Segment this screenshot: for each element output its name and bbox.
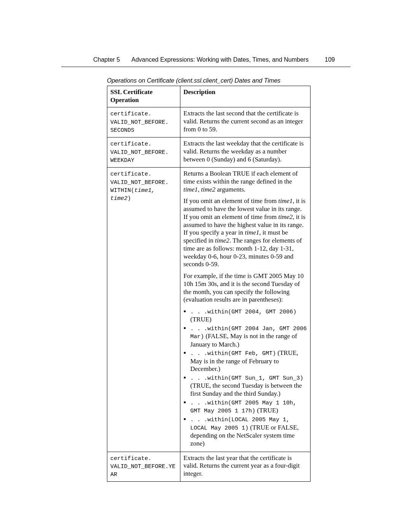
page-number: 109 [325,56,335,63]
col-header-operation: SSL Certificate Operation [107,86,180,107]
arg-text: time1 [245,229,259,236]
chapter-label: Chapter 5 [93,56,120,63]
result-text: (TRUE, the second Tuesday is between the… [190,382,302,397]
cell-operation: certificate. VALID_NOT_BEFORE. WITHIN(ti… [107,168,180,452]
text: Returns a Boolean TRUE if each element o… [183,170,298,185]
code-text: ) [127,195,131,202]
table-header-row: SSL Certificate Operation Description [107,86,311,107]
description-text: If you omit an element of time from time… [183,197,307,268]
table-row: certificate. VALID_NOT_BEFORE. SECONDS E… [107,107,311,137]
code-text: . . .within(GMT Sun_1, GMT Sun_3) [190,375,303,382]
code-text: VALID_NOT_BEFORE. [110,179,169,186]
list-item: . . .within(GMT Feb, GMT) (TRUE, May is … [190,349,307,373]
list-item: . . .within(GMT Sun_1, GMT Sun_3) (TRUE,… [190,374,307,398]
code-text: certificate. [110,141,151,147]
cell-description: Extracts the last weekday that the certi… [180,137,311,168]
code-text: . . .within(GMT 2004, GMT 2006) [190,309,296,315]
cell-operation: certificate. VALID_NOT_BEFORE.YEAR [107,452,180,482]
cell-operation: certificate. VALID_NOT_BEFORE. WEEKDAY [107,137,180,168]
code-text: . . .within(GMT 2005 May 1 10h, GMT May … [190,400,296,414]
code-text: VALID_NOT_BEFORE.YEAR [110,463,175,478]
list-item: . . .within(GMT 2005 May 1 10h, GMT May … [190,399,307,415]
cell-description: Extracts the last year that the certific… [180,452,311,482]
arg-text: time1, time2 [183,186,215,193]
col-header-description: Description [180,86,311,107]
cell-operation: certificate. VALID_NOT_BEFORE. SECONDS [107,107,180,137]
table-caption: Operations on Certificate (client.ssl.cl… [107,77,280,84]
list-item: . . .within(GMT 2004 Jan, GMT 2006 Mar) … [190,324,307,348]
arg-text: time2 [278,213,293,220]
code-text: SECONDS [110,127,134,134]
code-text: certificate. [110,171,151,177]
table-row: certificate. VALID_NOT_BEFORE. WITHIN(ti… [107,168,311,452]
code-text: VALID_NOT_BEFORE. [110,119,169,126]
operations-table-wrap: SSL Certificate Operation Description ce… [107,86,310,482]
cell-description: Returns a Boolean TRUE if each element o… [180,168,311,452]
code-text: . . .within(GMT Feb, GMT) [190,350,276,357]
operations-table: SSL Certificate Operation Description ce… [107,86,311,482]
description-text: Extracts the last year that the certific… [183,454,307,478]
description-text: For example, if the time is GMT 2005 May… [183,272,307,304]
chapter-title: Advanced Expressions: Working with Dates… [131,56,313,63]
description-text: Returns a Boolean TRUE if each element o… [183,170,307,193]
result-text: (FALSE, May is not in the range of Janua… [190,332,297,348]
header-rule [61,67,350,67]
list-item: . . .within(GMT 2004, GMT 2006) (TRUE) [190,308,307,324]
page: Chapter 5 Advanced Expressions: Working … [0,0,411,532]
arg-text: time2 [215,237,229,244]
code-text: WITHIN( [110,187,134,194]
result-text: (TRUE) [190,316,212,323]
example-list: . . .within(GMT 2004, GMT 2006) (TRUE) .… [183,308,307,448]
running-header: Chapter 5 Advanced Expressions: Working … [93,56,335,63]
code-text: WEEKDAY [110,157,134,164]
code-text: certificate. [110,455,151,462]
code-text: certificate. [110,111,151,117]
description-text: Extracts the last weekday that the certi… [183,140,307,163]
code-text: VALID_NOT_BEFORE. [110,149,169,156]
description-text: Extracts the last second that the certif… [183,110,307,133]
text: arguments. [215,186,245,193]
result-text: (TRUE) [255,407,278,414]
cell-description: Extracts the last second that the certif… [180,107,311,137]
table-row: certificate. VALID_NOT_BEFORE.YEAR Extra… [107,452,311,482]
table-row: certificate. VALID_NOT_BEFORE. WEEKDAY E… [107,137,311,168]
list-item: . . .within(LOCAL 2005 May 1, LOCAL May … [190,415,307,447]
text: If you omit an element of time from [183,197,278,204]
arg-text: time1 [278,197,293,204]
